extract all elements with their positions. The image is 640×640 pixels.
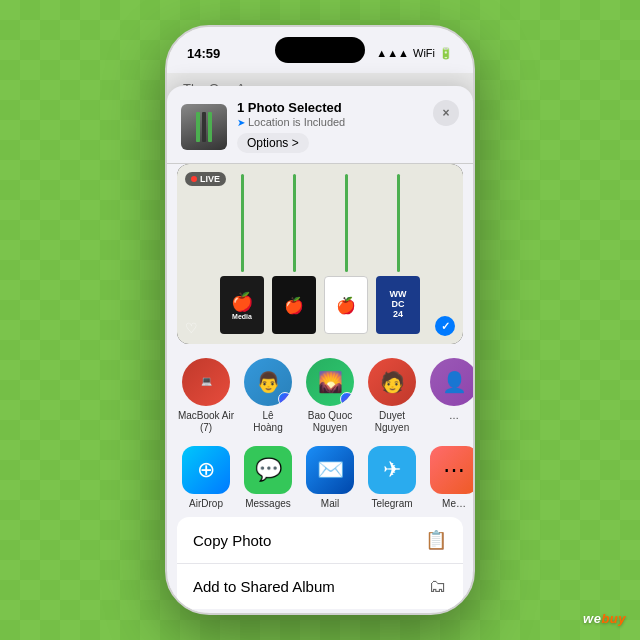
close-icon: ×: [442, 106, 449, 120]
share-thumbnail: [181, 104, 227, 150]
share-header: 1 Photo Selected ➤ Location is Included …: [167, 86, 473, 164]
lanyard-2: 🍎: [272, 174, 316, 334]
copy-photo-item[interactable]: Copy Photo 📋: [177, 517, 463, 564]
badge-dark: 🍎: [272, 276, 316, 334]
selected-checkmark: ✓: [435, 316, 455, 336]
live-dot: [191, 176, 197, 182]
person-more-label: …: [449, 410, 459, 422]
telegram-icon: ✈: [368, 446, 416, 494]
share-title: 1 Photo Selected: [237, 100, 459, 115]
bao-quoc-avatar: 🌄: [306, 358, 354, 406]
lanyards-scene: 🍎 Media 🍎 🍎: [177, 164, 463, 344]
person-duyet-label: DuyetNguyen: [375, 410, 409, 434]
share-info: 1 Photo Selected ➤ Location is Included …: [237, 100, 459, 153]
duyet-avatar: 🧑: [368, 358, 416, 406]
badge-wwdc: WWDC24: [376, 276, 420, 334]
person-macbook[interactable]: 💻 MacBook Air(7): [175, 358, 237, 434]
phone-frame: 14:59 ▲▲▲ WiFi 🔋 The One Avenue: [165, 25, 475, 615]
airdrop-label: AirDrop: [189, 498, 223, 509]
phone-screen: 14:59 ▲▲▲ WiFi 🔋 The One Avenue: [167, 27, 473, 613]
lanyard-4: WWDC24: [376, 174, 420, 334]
location-icon: ➤: [237, 117, 245, 128]
person-macbook-label: MacBook Air(7): [178, 410, 234, 434]
macbook-avatar: 💻: [182, 358, 230, 406]
messages-item[interactable]: 💬 Messages: [237, 446, 299, 509]
messages-icon: 💬: [244, 446, 292, 494]
photo-preview: LIVE 🍎 Media: [177, 164, 463, 344]
webuy-watermark: webuy: [583, 611, 626, 626]
telegram-item[interactable]: ✈ Telegram: [361, 446, 423, 509]
heart-icon: ♡: [185, 320, 198, 336]
airdrop-item[interactable]: ⊕ AirDrop: [175, 446, 237, 509]
wifi-icon: WiFi: [413, 47, 435, 59]
add-to-album-item[interactable]: Add to Shared Album 🗂: [177, 564, 463, 609]
person-le-hoang-label: LêHoàng: [253, 410, 282, 434]
action-list: Copy Photo 📋 Add to Shared Album 🗂: [177, 517, 463, 609]
people-row: 💻 MacBook Air(7) 👨 LêHoàng 🌄: [167, 354, 473, 440]
app-icons-row: ⊕ AirDrop 💬 Messages ✉️ Mail: [167, 440, 473, 513]
share-sheet: 1 Photo Selected ➤ Location is Included …: [167, 86, 473, 613]
telegram-label: Telegram: [371, 498, 412, 509]
badge-media: 🍎 Media: [220, 276, 264, 334]
lanyard-3: 🍎: [324, 174, 368, 334]
options-button[interactable]: Options >: [237, 133, 309, 153]
airdrop-icon: ⊕: [182, 446, 230, 494]
add-to-album-label: Add to Shared Album: [193, 578, 429, 595]
person-bao-quoc[interactable]: 🌄 Bao QuocNguyen: [299, 358, 361, 434]
copy-photo-icon: 📋: [425, 529, 447, 551]
more-item[interactable]: ⋯ Me…: [423, 446, 473, 509]
check-icon: ✓: [441, 320, 450, 333]
copy-photo-label: Copy Photo: [193, 532, 425, 549]
dynamic-island: [275, 37, 365, 63]
lanyard-1: 🍎 Media: [220, 174, 264, 334]
live-text: LIVE: [200, 174, 220, 184]
person-le-hoang[interactable]: 👨 LêHoàng: [237, 358, 299, 434]
messenger-badge-2: [340, 392, 354, 406]
person-duyet[interactable]: 🧑 DuyetNguyen: [361, 358, 423, 434]
person-more[interactable]: 👤 …: [423, 358, 473, 434]
battery-icon: 🔋: [439, 47, 453, 60]
mail-icon: ✉️: [306, 446, 354, 494]
more-app-icon: ⋯: [430, 446, 473, 494]
close-button[interactable]: ×: [433, 100, 459, 126]
mail-item[interactable]: ✉️ Mail: [299, 446, 361, 509]
signal-icon: ▲▲▲: [376, 47, 409, 59]
messages-label: Messages: [245, 498, 291, 509]
person-bao-quoc-label: Bao QuocNguyen: [308, 410, 352, 434]
badge-white: 🍎: [324, 276, 368, 334]
status-time: 14:59: [187, 46, 220, 61]
messenger-badge: [278, 392, 292, 406]
live-badge: LIVE: [185, 172, 226, 186]
le-hoang-avatar: 👨: [244, 358, 292, 406]
person-more-avatar: 👤: [430, 358, 473, 406]
share-subtitle: ➤ Location is Included: [237, 116, 459, 128]
share-subtitle-text: Location is Included: [248, 116, 345, 128]
mail-label: Mail: [321, 498, 339, 509]
more-label: Me…: [442, 498, 466, 509]
status-icons: ▲▲▲ WiFi 🔋: [376, 47, 453, 60]
add-album-icon: 🗂: [429, 576, 447, 597]
